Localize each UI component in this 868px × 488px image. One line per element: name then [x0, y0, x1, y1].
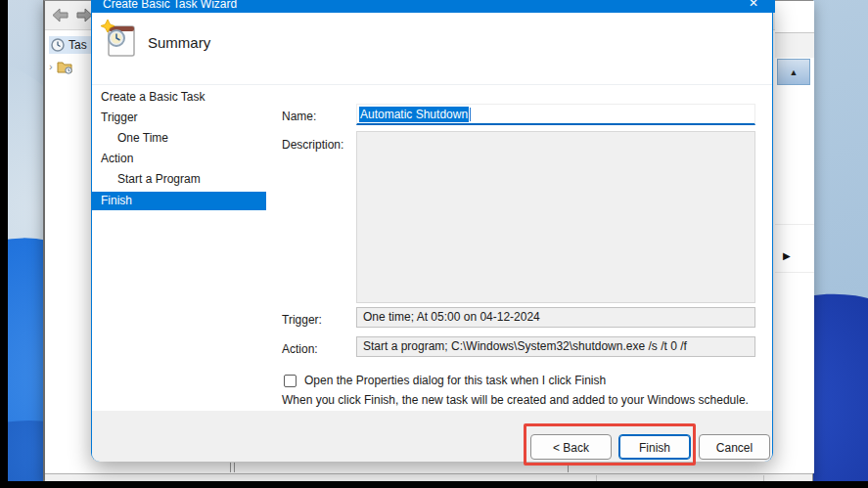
screen-edge	[0, 0, 8, 488]
trigger-label: Trigger:	[282, 313, 322, 327]
dialog-title-bar[interactable]: Create Basic Task Wizard ✕	[91, 0, 775, 13]
dialog-title: Create Basic Task Wizard	[103, 0, 237, 11]
window-bottom-row	[45, 463, 812, 473]
finish-info-text: When you click Finish, the new task will…	[282, 393, 749, 407]
finish-button[interactable]: Finish	[618, 434, 691, 460]
scroll-up-button[interactable]: ▲	[777, 59, 810, 85]
open-properties-checkbox[interactable]	[284, 375, 297, 387]
pane-header-band	[775, 33, 814, 58]
name-selected-text: Automatic Shutdown	[359, 107, 469, 122]
open-properties-checkbox-label: Open the Properties dialog for this task…	[304, 374, 606, 387]
wizard-step-finish-selected: Finish	[92, 192, 266, 210]
expand-arrow-icon[interactable]: ▶	[783, 250, 791, 261]
folder-clock-icon	[57, 60, 73, 74]
column-splitter[interactable]	[568, 463, 569, 472]
scroll-up-icon: ▲	[790, 67, 799, 77]
text-caret	[470, 108, 471, 121]
action-label: Action:	[282, 342, 318, 356]
wizard-header: Summary	[92, 13, 772, 85]
taskbar-strip	[0, 481, 868, 488]
wizard-step-trigger: Trigger	[92, 109, 266, 127]
actions-pane: ▲ ▶	[775, 1, 814, 473]
wizard-footer: < Back Finish Cancel	[92, 411, 772, 462]
back-button[interactable]: < Back	[530, 434, 612, 460]
cancel-button[interactable]: Cancel	[699, 434, 770, 460]
name-input[interactable]: Automatic Shutdown	[356, 104, 755, 125]
name-label: Name:	[282, 110, 316, 123]
pane-divider	[775, 272, 814, 273]
clock-icon	[51, 38, 65, 52]
close-icon[interactable]: ✕	[749, 0, 758, 10]
description-label: Description:	[282, 138, 343, 152]
tree-item-task-scheduler[interactable]: Tas	[49, 36, 94, 54]
tree-item-library[interactable]: ›	[49, 58, 94, 75]
wizard-step-create-basic-task: Create a Basic Task	[92, 88, 266, 107]
description-textarea[interactable]	[356, 131, 755, 303]
task-wizard-icon	[100, 19, 139, 62]
create-basic-task-wizard-dialog: Create Basic Task Wizard ✕ Summary Creat…	[91, 0, 773, 462]
back-arrow-icon[interactable]	[51, 8, 69, 22]
tree-expander-icon[interactable]: ›	[49, 61, 53, 72]
action-field[interactable]: Start a program; C:\Windows\System32\shu…	[356, 336, 755, 357]
pane-divider	[775, 224, 814, 225]
trigger-field[interactable]: One time; At 05:00 on 04-12-2024	[356, 307, 755, 328]
wizard-step-action: Action	[92, 150, 266, 168]
column-splitter[interactable]	[234, 463, 235, 472]
wizard-step-one-time: One Time	[92, 129, 266, 148]
column-splitter[interactable]	[230, 463, 231, 472]
screenshot-stage: Tas › ▲ ▶	[0, 0, 868, 488]
wizard-page-title: Summary	[148, 34, 210, 51]
wizard-step-start-a-program: Start a Program	[92, 170, 266, 189]
tree-item-label: Tas	[69, 38, 87, 52]
